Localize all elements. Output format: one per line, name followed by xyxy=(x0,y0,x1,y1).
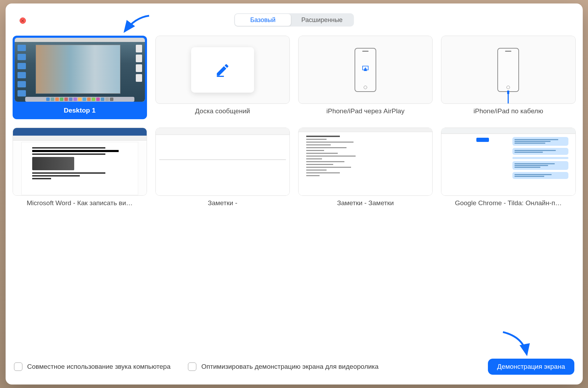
notes-thumbnail xyxy=(156,128,289,195)
tab-advanced[interactable]: Расширенные xyxy=(291,14,353,26)
source-iphone-cable[interactable]: iPhone/iPad по кабелю xyxy=(441,36,575,119)
mode-segmented-control: Базовый Расширенные xyxy=(234,13,354,27)
source-label: Заметки - xyxy=(205,196,240,211)
share-sources-grid: Desktop 1 Доска сообщений xyxy=(6,36,583,352)
svg-rect-3 xyxy=(507,91,509,94)
bottom-bar: Совместное использование звука компьютер… xyxy=(6,352,583,385)
source-label: iPhone/iPad через AirPlay xyxy=(324,104,407,119)
source-iphone-airplay[interactable]: iPhone/iPad через AirPlay xyxy=(298,36,433,119)
arrow-annotation-bottom xyxy=(499,330,534,357)
source-label: Microsoft Word - Как записать ви… xyxy=(24,196,135,211)
word-thumbnail xyxy=(13,128,147,195)
source-notes-2[interactable]: Заметки - Заметки xyxy=(298,128,433,211)
checkbox-optimize-video[interactable]: Оптимизировать демонстрацию экрана для в… xyxy=(188,362,378,371)
svg-rect-4 xyxy=(508,94,509,104)
pencil-icon xyxy=(215,62,230,78)
source-label: Desktop 1 xyxy=(61,104,98,119)
close-icon xyxy=(21,19,24,22)
checkbox-icon xyxy=(188,362,196,371)
checkbox-label: Оптимизировать демонстрацию экрана для в… xyxy=(201,363,378,371)
share-screen-button[interactable]: Демонстрация экрана xyxy=(488,359,574,375)
source-word-window[interactable]: Microsoft Word - Как записать ви… xyxy=(13,128,147,211)
source-label: Google Chrome - Tilda: Онлайн-п… xyxy=(452,196,565,211)
desktop-thumbnail xyxy=(15,38,145,102)
iphone-outline-icon xyxy=(355,48,376,92)
airplay-icon xyxy=(360,64,370,73)
source-chrome-window[interactable]: Google Chrome - Tilda: Онлайн-п… xyxy=(441,128,575,211)
notes-thumbnail xyxy=(299,128,432,195)
close-button[interactable] xyxy=(20,17,26,24)
source-label: Доска сообщений xyxy=(192,104,253,119)
source-whiteboard[interactable]: Доска сообщений xyxy=(155,36,290,119)
source-notes-1[interactable]: Заметки - xyxy=(155,128,290,211)
iphone-outline-icon xyxy=(497,48,519,92)
whiteboard-thumbnail xyxy=(191,47,254,93)
cable-icon xyxy=(506,91,510,104)
source-label: Заметки - Заметки xyxy=(334,196,397,211)
checkbox-label: Совместное использование звука компьютер… xyxy=(27,363,171,371)
chrome-thumbnail xyxy=(441,128,575,195)
arrow-annotation-top xyxy=(121,14,153,35)
source-label: iPhone/iPad по кабелю xyxy=(471,104,546,119)
screen-share-modal: Базовый Расширенные xyxy=(6,3,583,385)
checkbox-icon xyxy=(14,362,22,371)
tab-basic[interactable]: Базовый xyxy=(235,14,291,26)
source-desktop-1[interactable]: Desktop 1 xyxy=(13,36,147,119)
checkbox-share-audio[interactable]: Совместное использование звука компьютер… xyxy=(14,362,171,371)
